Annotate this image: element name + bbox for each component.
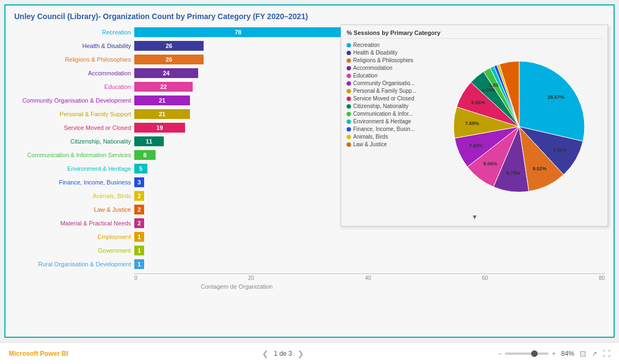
bar-track: 2 xyxy=(134,191,339,201)
legend-item: Law & Justice xyxy=(347,141,431,147)
fullscreen-icon[interactable]: ⊡ xyxy=(580,349,586,358)
legend-dot xyxy=(347,97,351,101)
share-icon[interactable]: ↗ xyxy=(592,350,597,357)
bar-track: 21 xyxy=(134,109,339,119)
pie-panel: % Sessions by Primary Category Recreatio… xyxy=(341,25,608,226)
next-page-button[interactable]: ❯ xyxy=(295,348,306,359)
pie-panel-title: % Sessions by Primary Category xyxy=(347,29,602,39)
legend-dot xyxy=(347,112,351,116)
pie-content: RecreationHealth & DisabilityReligions &… xyxy=(347,42,602,211)
x-tick: 20 xyxy=(248,275,254,281)
bar-value: 1 xyxy=(134,261,144,267)
bar-fill[interactable]: 3 xyxy=(134,177,144,187)
bar-row: Law & Justice2 xyxy=(14,204,339,216)
bar-label: Accommodation xyxy=(14,70,134,76)
bar-value: 8 xyxy=(140,152,150,158)
bar-value: 5 xyxy=(136,165,146,172)
bar-label: Community Organisation & Development xyxy=(14,97,134,104)
legend-item: Education xyxy=(347,73,431,79)
legend-label: Citizenship, Nationality xyxy=(353,103,408,109)
bar-fill[interactable]: 26 xyxy=(134,41,204,51)
bar-value: 19 xyxy=(153,124,166,131)
legend-item: Religions & Philosophies xyxy=(347,57,431,63)
bar-fill[interactable]: 21 xyxy=(134,109,190,119)
bar-fill[interactable]: 19 xyxy=(134,123,185,133)
zoom-minus-button[interactable]: − xyxy=(498,350,502,357)
bar-value: 1 xyxy=(134,247,144,254)
legend-label: Recreation xyxy=(353,42,379,48)
bar-fill[interactable]: 2 xyxy=(134,218,144,228)
legend-item: Recreation xyxy=(347,42,431,48)
bar-track: 2 xyxy=(134,205,339,214)
bar-track: 1 xyxy=(134,259,339,269)
bar-fill[interactable]: 26 xyxy=(134,55,204,64)
bar-fill[interactable]: 21 xyxy=(134,96,190,105)
legend-item: Community Organisatio... xyxy=(347,80,431,86)
zoom-plus-button[interactable]: + xyxy=(552,350,556,357)
bar-label: Personal & Family Support xyxy=(14,111,134,117)
legend-dot xyxy=(347,51,351,55)
legend-dot xyxy=(347,43,351,47)
bar-fill[interactable]: 22 xyxy=(134,82,193,92)
bar-fill[interactable]: 78 xyxy=(134,27,342,37)
zoom-slider[interactable] xyxy=(505,353,549,355)
bar-fill[interactable]: 5 xyxy=(134,164,147,174)
pagination: ❮ 1 de 3 ❯ xyxy=(260,348,306,359)
bar-value: 26 xyxy=(162,43,175,49)
powerbi-brand-link[interactable]: Microsoft Power BI xyxy=(9,350,68,357)
bar-row: Religions & Philosophies26 xyxy=(14,53,339,65)
bar-label: Recreation xyxy=(14,29,134,35)
bar-fill[interactable]: 1 xyxy=(134,232,144,242)
legend-dot xyxy=(347,74,351,78)
legend-label: Religions & Philosophies xyxy=(353,57,413,63)
expand-icon[interactable]: ⛶ xyxy=(603,349,610,358)
bar-row: Health & Disability26 xyxy=(14,40,339,52)
legend-dot xyxy=(347,127,351,132)
legend-item: Health & Disability xyxy=(347,50,431,56)
bar-track: 22 xyxy=(134,82,339,92)
pie-dropdown-arrow[interactable]: ▾ xyxy=(347,212,602,221)
bar-track: 78 xyxy=(134,27,342,37)
legend-label: Education xyxy=(353,73,377,79)
bar-label: Health & Disability xyxy=(14,43,134,49)
bar-track: 11 xyxy=(134,136,339,146)
pie-svg-area: 28.57%9.52%9.52%8.79%8.06%7.69%7.69%6.96… xyxy=(436,42,602,211)
bottom-bar: Microsoft Power BI ❮ 1 de 3 ❯ − + 84% ⊡ … xyxy=(0,342,619,364)
bar-label: Citizenship, Nationality xyxy=(14,138,134,145)
prev-page-button[interactable]: ❮ xyxy=(260,348,271,359)
bar-row: Government1 xyxy=(14,244,339,256)
page-number: 1 de 3 xyxy=(274,350,292,357)
bar-fill[interactable]: 24 xyxy=(134,68,198,78)
legend-item: Service Moved or Closed xyxy=(347,96,431,102)
bar-fill[interactable]: 1 xyxy=(134,259,144,269)
pie-label: 4.03% xyxy=(481,87,496,93)
x-tick: 60 xyxy=(482,275,488,281)
bar-label: Education xyxy=(14,83,134,90)
pie-label: 6.96% xyxy=(471,100,485,105)
legend-item: Citizenship, Nationality xyxy=(347,103,431,109)
legend-label: Personal & Family Supp... xyxy=(353,88,416,94)
bar-fill[interactable]: 11 xyxy=(134,136,164,146)
bar-track: 5 xyxy=(134,164,339,174)
x-tick: 40 xyxy=(365,275,371,281)
legend-dot xyxy=(347,66,351,70)
bar-label: Rural Organisation & Development xyxy=(14,261,134,267)
bar-track: 8 xyxy=(134,150,339,160)
legend-item: Personal & Family Supp... xyxy=(347,88,431,94)
bar-fill[interactable]: 2 xyxy=(134,205,144,214)
x-tick: 0 xyxy=(134,275,138,281)
bar-track: 3 xyxy=(134,177,339,187)
bar-fill[interactable]: 2 xyxy=(134,191,144,201)
bar-value: 2 xyxy=(134,206,144,213)
bar-track: 1 xyxy=(134,246,339,255)
bar-value: 21 xyxy=(156,97,169,104)
bar-fill[interactable]: 8 xyxy=(134,150,156,160)
bar-track: 26 xyxy=(134,55,339,64)
legend-label: Environment & Heritage xyxy=(353,118,411,124)
bar-track: 21 xyxy=(134,96,339,105)
bar-fill[interactable]: 1 xyxy=(134,246,144,255)
bar-row: Service Moved or Closed19 xyxy=(14,122,339,134)
x-axis-line: 020406080 xyxy=(134,273,605,281)
bar-label: Environment & Heritage xyxy=(14,165,134,172)
bar-value: 3 xyxy=(134,179,144,186)
